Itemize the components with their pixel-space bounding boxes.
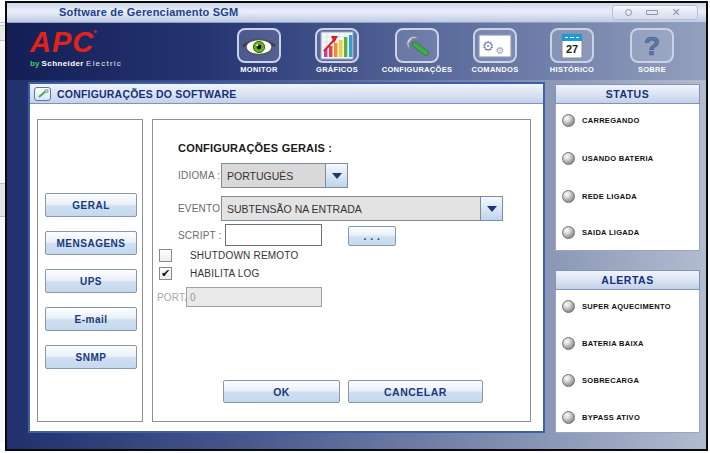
- alert-item-sobrecarga: SOBRECARGA: [562, 373, 639, 387]
- minimize-button[interactable]: [643, 7, 661, 18]
- svg-text:?: ?: [644, 32, 660, 60]
- window-title: Software de Gerenciamento SGM: [59, 6, 238, 18]
- window-controls: ✕: [612, 5, 698, 20]
- shutdown-remoto-checkbox[interactable]: [159, 249, 172, 262]
- sidebar-button-ups[interactable]: UPS: [45, 269, 137, 293]
- idioma-dropdown-arrow[interactable]: [325, 164, 347, 187]
- chevron-down-icon: [487, 206, 497, 212]
- habilita-log-label: HABILITA LOG: [190, 268, 259, 279]
- nav-configuracoes-button[interactable]: [395, 28, 439, 63]
- close-button[interactable]: ✕: [667, 7, 685, 18]
- tray-icon: [625, 9, 632, 16]
- led-icon: [562, 152, 575, 165]
- form-heading: CONFIGURAÇÕES GERAIS :: [178, 142, 332, 154]
- apc-brand-text: APC: [30, 26, 94, 58]
- config-panel-header: CONFIGURAÇÕES DO SOFTWARE: [30, 84, 543, 104]
- alert-item-super-aquecimento: SUPER AQUECIMENTO: [562, 299, 671, 313]
- apc-logo: APC by Schneider Electric: [30, 27, 160, 68]
- trademark-dot-icon: [94, 30, 97, 33]
- habilita-log-checkbox-row[interactable]: ✔ HABILITA LOG: [159, 267, 259, 280]
- title-bar[interactable]: Software de Gerenciamento SGM ✕: [7, 3, 706, 23]
- svg-text:⚙: ⚙: [482, 38, 495, 54]
- calendar-icon: 27: [553, 32, 591, 60]
- status-item-carregando: CARREGANDO: [562, 113, 640, 127]
- shutdown-remoto-checkbox-row[interactable]: SHUTDOWN REMOTO: [159, 249, 298, 262]
- checkmark-icon: ✔: [161, 268, 170, 279]
- idioma-dropdown[interactable]: PORTUGUÊS: [221, 163, 348, 188]
- sidebar-button-email[interactable]: E-mail: [45, 307, 137, 331]
- form-panel: CONFIGURAÇÕES GERAIS : IDIOMA : PORTUGUÊ…: [152, 119, 531, 422]
- sidebar-button-geral[interactable]: GERAL: [45, 193, 137, 217]
- nav-comandos-label: COMANDOS: [472, 65, 519, 74]
- alerts-panel: SUPER AQUECIMENTO BATERIA BAIXA SOBRECAR…: [555, 290, 700, 433]
- question-icon: ?: [633, 32, 671, 60]
- status-item-saida-ligada: SAIDA LIGADA: [562, 225, 640, 239]
- led-icon: [562, 114, 575, 127]
- sidebar: GERAL MENSAGENS UPS E-mail SNMP: [37, 119, 143, 422]
- schneider-tagline: by Schneider Electric: [30, 59, 160, 68]
- minimize-icon: [646, 10, 658, 15]
- nav-historico-label: HISTÓRICO: [550, 65, 594, 74]
- idioma-value: PORTUGUÊS: [222, 164, 325, 187]
- bar-chart-icon: [318, 31, 356, 60]
- led-icon: [562, 337, 575, 350]
- status-panel: CARREGANDO USANDO BATERIA REDE LIGADA SA…: [555, 104, 700, 251]
- browse-button[interactable]: . . .: [348, 226, 396, 246]
- cancel-button[interactable]: CANCELAR: [348, 380, 483, 403]
- led-icon: [562, 226, 575, 239]
- habilita-log-checkbox[interactable]: ✔: [159, 267, 172, 280]
- svg-text:⚙: ⚙: [496, 45, 505, 56]
- config-panel: CONFIGURAÇÕES DO SOFTWARE GERAL MENSAGEN…: [28, 82, 545, 433]
- tray-button[interactable]: [619, 7, 637, 18]
- alert-item-bateria-baixa: BATERIA BAIXA: [562, 336, 644, 350]
- close-icon: ✕: [671, 7, 680, 18]
- status-item-rede-ligada: REDE LIGADA: [562, 189, 637, 203]
- porta-input: [186, 287, 322, 307]
- alert-item-bypass-ativo: BYPASS ATIVO: [562, 410, 640, 424]
- nav-comandos-button[interactable]: ⚙ ⚙: [473, 28, 517, 63]
- nav-monitor-label: MONITOR: [240, 65, 277, 74]
- eye-icon: [240, 32, 278, 60]
- app-window: Software de Gerenciamento SGM ✕ APC by S…: [5, 1, 708, 451]
- idioma-label: IDIOMA :: [178, 170, 220, 181]
- evento-value: SUBTENSÃO NA ENTRADA: [222, 197, 480, 220]
- sidebar-button-mensagens[interactable]: MENSAGENS: [45, 231, 137, 255]
- script-label: SCRIPT :: [178, 230, 222, 241]
- nav-sobre-button[interactable]: ?: [630, 28, 674, 63]
- status-item-usando-bateria: USANDO BATERIA: [562, 151, 654, 165]
- nav-sobre-label: SOBRE: [638, 65, 666, 74]
- script-input[interactable]: [225, 224, 322, 246]
- screen: Software de Gerenciamento SGM ✕ APC by S…: [0, 0, 710, 453]
- alerts-panel-header: ALERTAS: [555, 270, 700, 290]
- status-panel-header: STATUS: [555, 84, 700, 104]
- svg-text:27: 27: [566, 43, 578, 55]
- shutdown-remoto-label: SHUTDOWN REMOTO: [190, 250, 298, 261]
- nav-historico-button[interactable]: 27: [550, 28, 594, 63]
- panel-tool-button[interactable]: [34, 87, 51, 101]
- nav-monitor-button[interactable]: [237, 28, 281, 63]
- nav-configuracoes-label: CONFIGURAÇÕES: [382, 65, 453, 74]
- app-header: APC by Schneider Electric MONITOR: [7, 23, 706, 80]
- chevron-down-icon: [332, 173, 342, 179]
- mini-wrench-icon: [37, 89, 49, 99]
- evento-label: EVENTO :: [178, 203, 226, 214]
- evento-dropdown-arrow[interactable]: [480, 197, 502, 220]
- ok-button[interactable]: OK: [223, 380, 340, 403]
- led-icon: [562, 190, 575, 203]
- wrench-icon: [398, 32, 436, 60]
- led-icon: [562, 411, 575, 424]
- led-icon: [562, 374, 575, 387]
- nav-graficos-label: GRÁFICOS: [316, 65, 358, 74]
- config-panel-title: CONFIGURAÇÕES DO SOFTWARE: [57, 88, 236, 100]
- nav-graficos-button[interactable]: [315, 28, 359, 63]
- evento-dropdown[interactable]: SUBTENSÃO NA ENTRADA: [221, 196, 503, 221]
- led-icon: [562, 300, 575, 313]
- sidebar-button-snmp[interactable]: SNMP: [45, 345, 137, 369]
- gears-icon: ⚙ ⚙: [476, 32, 514, 60]
